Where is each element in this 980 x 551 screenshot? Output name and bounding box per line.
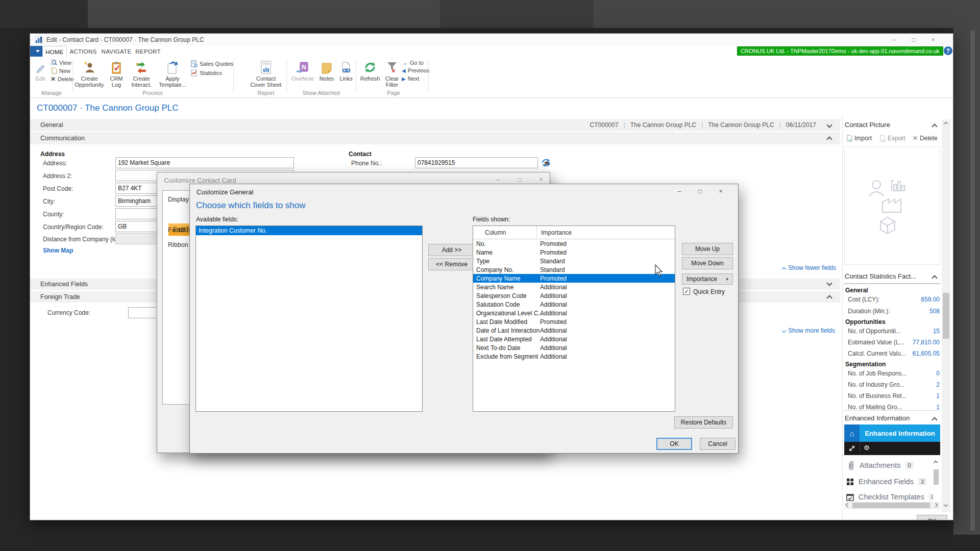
quick-entry-checkbox[interactable]: ✓ — [683, 288, 690, 295]
create-opportunity-button[interactable]: ★ Create Opportunity — [74, 58, 105, 88]
next-button[interactable]: ▶ Next — [402, 76, 419, 82]
chevron-up-icon[interactable] — [826, 136, 832, 142]
show-map-link[interactable]: Show Map — [43, 247, 73, 254]
export-button[interactable]: Export — [879, 135, 905, 142]
tab-actions[interactable]: ACTIONS — [68, 46, 99, 57]
table-row[interactable]: Organizational Level C...Additional — [473, 309, 675, 317]
collapse-icon[interactable] — [932, 123, 937, 129]
collapse-icon[interactable] — [932, 417, 937, 422]
scrollbar-thumb[interactable] — [943, 293, 949, 339]
import-button[interactable]: Import — [846, 135, 872, 142]
enhanced-banner[interactable]: ⌂ Enhanced Information — [844, 424, 940, 442]
collapse-icon[interactable] — [932, 275, 937, 281]
crm-log-button[interactable]: CRM Log — [107, 58, 126, 88]
gear-icon[interactable]: ⚙ — [864, 444, 870, 452]
edit-button[interactable]: Edit — [31, 58, 50, 82]
refresh-button[interactable]: Refresh — [359, 58, 381, 82]
section-general[interactable]: General CT000007| The Cannon Group PLC| … — [30, 119, 840, 131]
tab-ribbon[interactable]: Ribbon — [168, 241, 188, 248]
scrollbar-thumb[interactable] — [934, 469, 939, 485]
minimize-icon[interactable]: – — [491, 174, 505, 185]
minimize-icon[interactable]: – — [886, 34, 903, 46]
move-down-button[interactable]: Move Down — [682, 257, 733, 269]
links-button[interactable]: Links — [337, 58, 355, 82]
onenote-button[interactable]: N OneNote — [289, 58, 316, 82]
minimize-icon[interactable]: – — [672, 186, 687, 196]
fields-shown-table[interactable]: Column Importance No.Promoted NamePromot… — [473, 226, 675, 412]
expand-icon[interactable] — [848, 444, 856, 453]
close-icon[interactable]: × — [924, 34, 942, 46]
close-icon[interactable]: × — [714, 186, 728, 196]
notes-button[interactable]: Notes — [317, 58, 336, 82]
column-header[interactable]: Column — [473, 226, 537, 239]
move-up-button[interactable]: Move Up — [682, 243, 733, 255]
scroll-up-icon[interactable] — [944, 122, 948, 126]
delete-button[interactable]: ✕ Delete — [51, 76, 74, 83]
table-row[interactable]: Exclude from SegmentAdditional — [473, 352, 675, 361]
ok-button[interactable]: OK — [656, 438, 692, 450]
chevron-down-icon[interactable] — [826, 122, 832, 128]
picture-delete-button[interactable]: ✕ Delete — [913, 135, 938, 142]
phone-input[interactable] — [415, 157, 538, 168]
scroll-up-icon[interactable] — [934, 461, 938, 465]
table-row-selected[interactable]: Company NamePromoted — [473, 274, 675, 283]
restore-icon[interactable]: □ — [693, 186, 707, 196]
remove-button[interactable]: << Remove — [428, 258, 475, 270]
list-item-selected[interactable]: Integration Customer No. — [196, 226, 422, 235]
attachments-item[interactable]: Attachments 0 — [846, 458, 914, 472]
scrollbar-thumb[interactable] — [852, 503, 930, 508]
add-button[interactable]: Add >> — [428, 244, 475, 256]
chevron-down-icon[interactable] — [826, 280, 832, 286]
create-interact-button[interactable]: ★ Create Interact. — [128, 58, 155, 88]
clear-filter-button[interactable]: × Clear Filter — [382, 58, 402, 88]
table-row[interactable]: Last Date AttemptedAdditional — [473, 335, 675, 343]
new-button[interactable]: New — [51, 67, 70, 74]
sales-quotes-button[interactable]: Sales Quotes — [191, 60, 233, 67]
grid-icon — [846, 478, 854, 486]
window-ok-button[interactable]: OK — [917, 515, 947, 520]
importance-header[interactable]: Importance — [537, 229, 572, 236]
scroll-down-icon[interactable] — [944, 503, 948, 507]
help-button[interactable]: ? — [944, 46, 952, 55]
scroll-right-icon[interactable] — [934, 503, 938, 507]
table-row[interactable]: TypeStandard — [473, 257, 675, 265]
available-fields-list[interactable]: Integration Customer No. — [195, 226, 423, 412]
go-to-button[interactable]: → Go to — [402, 59, 424, 66]
view-button[interactable]: View — [51, 59, 71, 66]
table-row[interactable]: Salesperson CodeAdditional — [473, 291, 675, 300]
apply-template-button[interactable]: Apply Template... — [157, 58, 188, 88]
tab-navigate[interactable]: NAVIGATE — [100, 46, 133, 57]
close-icon[interactable]: × — [534, 174, 548, 185]
table-row[interactable]: Company No.Standard — [473, 265, 675, 274]
show-more-fields-link[interactable]: Show more fields — [782, 327, 835, 334]
stats-row: No. of Industry Gro...2 — [848, 381, 940, 388]
importance-dropdown[interactable]: Importance▾ — [682, 273, 733, 285]
table-row[interactable]: No.Promoted — [473, 239, 675, 248]
restore-defaults-button[interactable]: Restore Defaults — [674, 416, 733, 429]
enhanced-scrollbar[interactable] — [933, 458, 939, 501]
enhanced-hscrollbar[interactable] — [844, 502, 940, 509]
restore-icon[interactable]: □ — [905, 34, 922, 46]
table-row[interactable]: Next To-do DateAdditional — [473, 343, 675, 352]
statistics-button[interactable]: Statistics — [191, 69, 222, 77]
table-row[interactable]: Salutation CodeAdditional — [473, 300, 675, 309]
table-row[interactable]: NamePromoted — [473, 248, 675, 257]
contact-cover-sheet-button[interactable]: Contact Cover Sheet — [250, 58, 282, 88]
table-row[interactable]: Date of Last InteractionAdditional — [473, 326, 675, 335]
show-fewer-fields-link[interactable]: Show fewer fields — [782, 264, 836, 271]
make-phone-call-button[interactable]: ☎ — [541, 157, 552, 168]
tab-home[interactable]: HOME — [42, 46, 67, 57]
tab-report[interactable]: REPORT — [134, 46, 162, 57]
factbox-scrollbar[interactable] — [942, 119, 950, 512]
home-button[interactable]: ⌂ — [844, 424, 860, 442]
address-input[interactable] — [115, 157, 294, 168]
scroll-left-icon[interactable] — [846, 503, 850, 507]
restore-icon[interactable]: □ — [512, 174, 527, 185]
previous-button[interactable]: ◀ Previous — [402, 67, 430, 73]
chevron-up-icon[interactable] — [826, 295, 832, 300]
section-communication[interactable]: Communication — [30, 132, 840, 144]
cancel-button[interactable]: Cancel — [700, 438, 736, 450]
table-row[interactable]: Search NameAdditional — [473, 283, 675, 291]
enhanced-fields-item[interactable]: Enhanced Fields 3 — [846, 474, 926, 489]
table-row[interactable]: Last Date ModifiedPromoted — [473, 317, 675, 326]
